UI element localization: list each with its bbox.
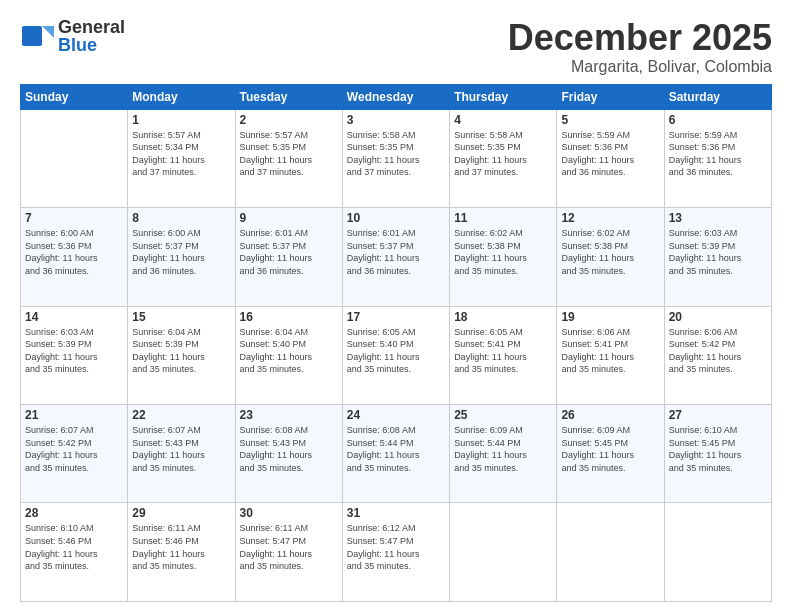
calendar-cell: 8Sunrise: 6:00 AMSunset: 5:37 PMDaylight… [128,208,235,306]
day-info: Sunrise: 6:09 AMSunset: 5:45 PMDaylight:… [561,424,659,474]
day-info: Sunrise: 6:06 AMSunset: 5:41 PMDaylight:… [561,326,659,376]
day-number: 22 [132,408,230,422]
calendar-dow-wednesday: Wednesday [342,84,449,109]
day-info: Sunrise: 6:10 AMSunset: 5:45 PMDaylight:… [669,424,767,474]
calendar-cell: 9Sunrise: 6:01 AMSunset: 5:37 PMDaylight… [235,208,342,306]
calendar-header-row: SundayMondayTuesdayWednesdayThursdayFrid… [21,84,772,109]
day-number: 29 [132,506,230,520]
day-number: 18 [454,310,552,324]
day-info: Sunrise: 6:12 AMSunset: 5:47 PMDaylight:… [347,522,445,572]
day-number: 2 [240,113,338,127]
day-number: 21 [25,408,123,422]
calendar-week-3: 14Sunrise: 6:03 AMSunset: 5:39 PMDayligh… [21,306,772,404]
calendar-cell: 19Sunrise: 6:06 AMSunset: 5:41 PMDayligh… [557,306,664,404]
calendar-week-1: 1Sunrise: 5:57 AMSunset: 5:34 PMDaylight… [21,109,772,207]
calendar-cell: 25Sunrise: 6:09 AMSunset: 5:44 PMDayligh… [450,405,557,503]
day-number: 3 [347,113,445,127]
calendar-dow-thursday: Thursday [450,84,557,109]
day-info: Sunrise: 6:01 AMSunset: 5:37 PMDaylight:… [240,227,338,277]
day-info: Sunrise: 6:01 AMSunset: 5:37 PMDaylight:… [347,227,445,277]
calendar-cell: 15Sunrise: 6:04 AMSunset: 5:39 PMDayligh… [128,306,235,404]
calendar-cell: 27Sunrise: 6:10 AMSunset: 5:45 PMDayligh… [664,405,771,503]
day-number: 5 [561,113,659,127]
calendar-cell: 30Sunrise: 6:11 AMSunset: 5:47 PMDayligh… [235,503,342,602]
day-info: Sunrise: 6:05 AMSunset: 5:40 PMDaylight:… [347,326,445,376]
calendar-cell: 10Sunrise: 6:01 AMSunset: 5:37 PMDayligh… [342,208,449,306]
day-info: Sunrise: 6:08 AMSunset: 5:44 PMDaylight:… [347,424,445,474]
header: General Blue December 2025 Margarita, Bo… [20,18,772,76]
day-number: 20 [669,310,767,324]
calendar-cell: 18Sunrise: 6:05 AMSunset: 5:41 PMDayligh… [450,306,557,404]
calendar-cell: 2Sunrise: 5:57 AMSunset: 5:35 PMDaylight… [235,109,342,207]
logo-icon [20,18,56,54]
day-number: 13 [669,211,767,225]
svg-marker-1 [42,26,54,38]
calendar-cell: 22Sunrise: 6:07 AMSunset: 5:43 PMDayligh… [128,405,235,503]
calendar-cell: 24Sunrise: 6:08 AMSunset: 5:44 PMDayligh… [342,405,449,503]
day-info: Sunrise: 6:03 AMSunset: 5:39 PMDaylight:… [669,227,767,277]
day-info: Sunrise: 6:02 AMSunset: 5:38 PMDaylight:… [561,227,659,277]
calendar-table: SundayMondayTuesdayWednesdayThursdayFrid… [20,84,772,602]
day-number: 30 [240,506,338,520]
calendar-cell: 21Sunrise: 6:07 AMSunset: 5:42 PMDayligh… [21,405,128,503]
month-title: December 2025 [508,18,772,58]
logo-general: General [58,18,125,36]
day-info: Sunrise: 6:11 AMSunset: 5:47 PMDaylight:… [240,522,338,572]
day-info: Sunrise: 6:07 AMSunset: 5:43 PMDaylight:… [132,424,230,474]
calendar-cell [664,503,771,602]
day-info: Sunrise: 6:00 AMSunset: 5:36 PMDaylight:… [25,227,123,277]
day-number: 17 [347,310,445,324]
calendar-cell: 7Sunrise: 6:00 AMSunset: 5:36 PMDaylight… [21,208,128,306]
calendar-dow-sunday: Sunday [21,84,128,109]
calendar-cell: 16Sunrise: 6:04 AMSunset: 5:40 PMDayligh… [235,306,342,404]
day-info: Sunrise: 6:07 AMSunset: 5:42 PMDaylight:… [25,424,123,474]
day-number: 27 [669,408,767,422]
calendar-week-2: 7Sunrise: 6:00 AMSunset: 5:36 PMDaylight… [21,208,772,306]
calendar-cell: 13Sunrise: 6:03 AMSunset: 5:39 PMDayligh… [664,208,771,306]
calendar-cell: 31Sunrise: 6:12 AMSunset: 5:47 PMDayligh… [342,503,449,602]
day-number: 26 [561,408,659,422]
calendar-cell [557,503,664,602]
day-info: Sunrise: 6:05 AMSunset: 5:41 PMDaylight:… [454,326,552,376]
calendar-dow-friday: Friday [557,84,664,109]
day-info: Sunrise: 6:03 AMSunset: 5:39 PMDaylight:… [25,326,123,376]
day-info: Sunrise: 5:59 AMSunset: 5:36 PMDaylight:… [669,129,767,179]
day-info: Sunrise: 6:04 AMSunset: 5:40 PMDaylight:… [240,326,338,376]
day-number: 4 [454,113,552,127]
day-info: Sunrise: 6:09 AMSunset: 5:44 PMDaylight:… [454,424,552,474]
svg-rect-0 [22,26,42,46]
day-number: 1 [132,113,230,127]
calendar-cell: 3Sunrise: 5:58 AMSunset: 5:35 PMDaylight… [342,109,449,207]
calendar-dow-tuesday: Tuesday [235,84,342,109]
calendar-cell: 14Sunrise: 6:03 AMSunset: 5:39 PMDayligh… [21,306,128,404]
day-info: Sunrise: 6:11 AMSunset: 5:46 PMDaylight:… [132,522,230,572]
day-number: 7 [25,211,123,225]
calendar-cell: 26Sunrise: 6:09 AMSunset: 5:45 PMDayligh… [557,405,664,503]
day-number: 24 [347,408,445,422]
location-title: Margarita, Bolivar, Colombia [508,58,772,76]
title-block: December 2025 Margarita, Bolivar, Colomb… [508,18,772,76]
calendar-week-5: 28Sunrise: 6:10 AMSunset: 5:46 PMDayligh… [21,503,772,602]
day-info: Sunrise: 5:57 AMSunset: 5:34 PMDaylight:… [132,129,230,179]
day-number: 14 [25,310,123,324]
day-info: Sunrise: 5:58 AMSunset: 5:35 PMDaylight:… [347,129,445,179]
calendar-cell: 20Sunrise: 6:06 AMSunset: 5:42 PMDayligh… [664,306,771,404]
day-number: 11 [454,211,552,225]
day-info: Sunrise: 5:58 AMSunset: 5:35 PMDaylight:… [454,129,552,179]
calendar-cell: 1Sunrise: 5:57 AMSunset: 5:34 PMDaylight… [128,109,235,207]
page: General Blue December 2025 Margarita, Bo… [0,0,792,612]
day-info: Sunrise: 5:59 AMSunset: 5:36 PMDaylight:… [561,129,659,179]
calendar-cell: 23Sunrise: 6:08 AMSunset: 5:43 PMDayligh… [235,405,342,503]
day-number: 25 [454,408,552,422]
day-info: Sunrise: 6:08 AMSunset: 5:43 PMDaylight:… [240,424,338,474]
day-info: Sunrise: 6:02 AMSunset: 5:38 PMDaylight:… [454,227,552,277]
day-number: 8 [132,211,230,225]
calendar-cell: 11Sunrise: 6:02 AMSunset: 5:38 PMDayligh… [450,208,557,306]
day-number: 19 [561,310,659,324]
day-number: 31 [347,506,445,520]
day-info: Sunrise: 6:06 AMSunset: 5:42 PMDaylight:… [669,326,767,376]
calendar-cell: 12Sunrise: 6:02 AMSunset: 5:38 PMDayligh… [557,208,664,306]
calendar-dow-saturday: Saturday [664,84,771,109]
day-number: 28 [25,506,123,520]
calendar-cell: 29Sunrise: 6:11 AMSunset: 5:46 PMDayligh… [128,503,235,602]
